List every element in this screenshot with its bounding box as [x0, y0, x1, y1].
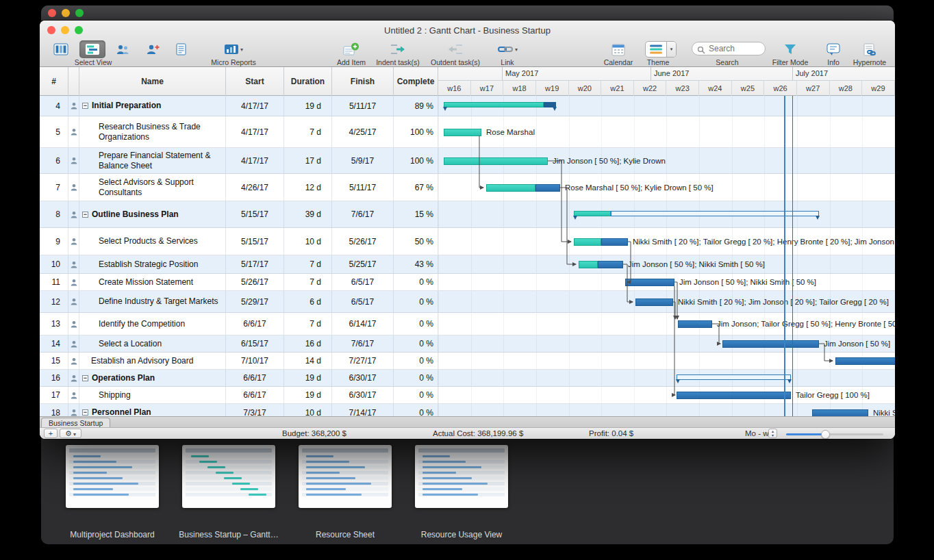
bar-resource-label: Rose Marshal [ 50 %]; Kylie Drown [ 50 %… — [565, 184, 714, 192]
view-gantt-button[interactable] — [79, 40, 105, 58]
outdent-task-button[interactable] — [442, 40, 468, 58]
bar-segment-blue — [812, 409, 868, 417]
task-bar[interactable] — [486, 184, 560, 192]
task-row-8[interactable]: 8−Outline Business Plan5/15/1739 d7/6/17… — [40, 201, 895, 228]
bar-segment-blue — [835, 357, 895, 365]
indent-task-button[interactable] — [385, 40, 411, 58]
indent-icon — [390, 43, 406, 55]
complete-percent: 67 % — [394, 174, 438, 201]
task-row-10[interactable]: 10Establish Strategic Position5/17/177 d… — [40, 255, 895, 274]
bar-segment-teal — [444, 157, 548, 165]
search-input[interactable] — [692, 42, 766, 55]
close-icon[interactable] — [47, 26, 55, 34]
timescale-stepper[interactable]: ▴▾ — [768, 429, 777, 438]
task-row-16[interactable]: 16−Operations Plan6/6/1719 d6/30/170 % — [40, 370, 895, 387]
col-header-start[interactable]: Start — [226, 67, 284, 96]
task-bar[interactable] — [579, 261, 623, 268]
zoom-slider[interactable] — [786, 433, 883, 435]
duration: 19 d — [284, 370, 332, 386]
summary-cap — [816, 216, 820, 220]
filter-mode-button[interactable] — [777, 40, 803, 58]
task-bar[interactable] — [444, 157, 548, 165]
fullscreen-icon[interactable] — [75, 9, 84, 17]
view-assignments-button[interactable] — [139, 40, 165, 58]
template-thumbnail-sheet[interactable] — [299, 445, 392, 508]
col-header-name[interactable]: Name — [79, 67, 226, 96]
task-name-cell: Establish Strategic Position — [79, 255, 226, 273]
collapse-toggle[interactable]: − — [82, 409, 88, 416]
add-item-button[interactable] — [338, 40, 364, 58]
summary-bar[interactable] — [444, 102, 556, 107]
task-bar[interactable] — [722, 340, 819, 348]
gear-icon: ⚙ — [65, 429, 72, 437]
collapse-toggle[interactable]: − — [82, 212, 88, 218]
minimize-icon[interactable] — [61, 26, 69, 34]
task-row-13[interactable]: 13Identify the Competition6/6/177 d6/14/… — [40, 313, 895, 335]
hypernote-button[interactable] — [857, 40, 883, 58]
task-row-17[interactable]: 17Shipping6/6/1719 d6/30/170 %Tailor Gre… — [40, 387, 895, 404]
template-thumbnail-gantt[interactable] — [182, 445, 275, 508]
col-header-duration[interactable]: Duration — [284, 67, 332, 96]
zoom-slider-knob[interactable] — [821, 430, 830, 439]
sheet-tab-business-startup[interactable]: Business Startup — [41, 418, 110, 428]
task-row-14[interactable]: 14Select a Location6/15/1716 d7/6/170 %J… — [40, 335, 895, 353]
bar-resource-label: Jim Jonson [ 50 %]; Nikki Smith [ 50 %] — [679, 279, 816, 286]
close-icon[interactable] — [48, 9, 56, 17]
template-thumbnail-dashboard[interactable] — [66, 445, 159, 508]
col-header-finish[interactable]: Finish — [332, 67, 394, 96]
fullscreen-icon[interactable] — [75, 26, 83, 34]
col-header-number[interactable]: # — [40, 67, 68, 96]
chevron-down-icon[interactable]: ▾ — [666, 42, 676, 57]
resource-assigned-icon — [68, 404, 79, 416]
add-sheet-button[interactable]: + — [44, 429, 58, 438]
template-thumbnail-usage[interactable] — [415, 445, 508, 508]
complete-percent: 89 % — [394, 96, 438, 116]
task-bar[interactable] — [677, 392, 791, 399]
sheet-actions-button[interactable]: ⚙▾ — [60, 429, 81, 438]
summary-bar[interactable] — [677, 374, 791, 380]
gantt-view-icon — [85, 43, 100, 55]
task-bar[interactable] — [835, 357, 895, 365]
bar-segment-teal — [444, 102, 544, 107]
gantt-cell: Nikki Smith [ 20 %]; Tailor Gregg [ 20 %… — [438, 228, 895, 255]
task-row-4[interactable]: 4−Initial Preparation4/17/1719 d5/11/178… — [40, 96, 895, 116]
task-bar[interactable] — [625, 279, 674, 286]
task-row-9[interactable]: 9Select Products & Services5/15/1710 d5/… — [40, 228, 895, 255]
collapse-toggle[interactable]: − — [82, 375, 88, 381]
chevron-down-icon: ▾ — [240, 47, 243, 53]
duration: 14 d — [284, 353, 332, 369]
timescale-text: Mo - w — [745, 429, 769, 437]
task-row-15[interactable]: 15Establish an Advisory Board7/10/1714 d… — [40, 353, 895, 370]
col-header-complete[interactable]: Complete — [394, 67, 438, 96]
view-reports-button[interactable] — [168, 40, 194, 58]
week-header-cell: w28 — [830, 81, 863, 96]
complete-percent: 0 % — [394, 404, 438, 416]
week-header-cell: w16 — [438, 81, 471, 96]
task-row-18[interactable]: 18−Personnel Plan7/3/1710 d7/14/170 %Nik… — [40, 404, 895, 416]
calendar-button[interactable] — [605, 40, 631, 58]
theme-control[interactable]: ▾ — [645, 41, 677, 58]
minimize-icon[interactable] — [62, 9, 70, 17]
person-view-icon — [144, 43, 160, 55]
task-bar[interactable] — [444, 129, 481, 136]
task-row-5[interactable]: 5Research Business & Trade Organizations… — [40, 116, 895, 148]
task-bar[interactable] — [635, 298, 673, 306]
task-bar[interactable] — [574, 238, 628, 246]
info-button[interactable] — [820, 40, 846, 58]
link-tasks-button[interactable]: ▾ — [491, 40, 524, 58]
stepper-down-icon[interactable]: ▾ — [772, 433, 774, 437]
task-bar[interactable] — [812, 409, 868, 417]
view-dashboard-button[interactable] — [48, 40, 74, 58]
bar-segment-blue — [598, 261, 623, 268]
micro-reports-button[interactable]: ▾ — [217, 40, 250, 58]
task-bar[interactable] — [678, 320, 712, 328]
chevron-down-icon: ▾ — [73, 431, 76, 437]
duration: 7 d — [284, 255, 332, 273]
collapse-toggle[interactable]: − — [82, 103, 88, 109]
summary-bar[interactable] — [574, 211, 819, 216]
task-row-12[interactable]: 12Define Industry & Target Markets5/29/1… — [40, 291, 895, 313]
view-resources-button[interactable] — [110, 40, 136, 58]
task-row-7[interactable]: 7Select Advisors & Support Consultants4/… — [40, 174, 895, 201]
task-row-6[interactable]: 6Prepare Financial Statement & Balance S… — [40, 148, 895, 174]
task-row-11[interactable]: 11Create Mission Statement5/26/177 d6/5/… — [40, 274, 895, 291]
